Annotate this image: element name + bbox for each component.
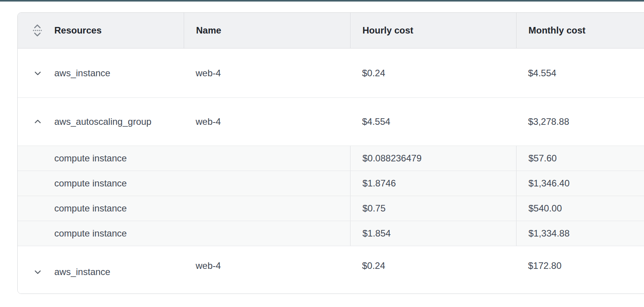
reorder-handle-icon[interactable] — [32, 23, 43, 38]
resource-cell: aws_autoscaling_group — [18, 98, 184, 146]
monthly-cost-cell: $57.60 — [516, 146, 644, 171]
resource-type-label: aws_instance — [54, 267, 110, 277]
sub-resource-label: compute instance — [18, 171, 350, 196]
hourly-cost-cell: $0.24 — [350, 246, 516, 294]
column-header-hourly-cost[interactable]: Hourly cost — [350, 13, 516, 48]
chevron-down-icon — [33, 68, 43, 78]
monthly-cost-cell: $3,278.88 — [516, 98, 644, 146]
sub-resource-label: compute instance — [18, 196, 350, 221]
header-label-name: Name — [196, 25, 221, 36]
sub-row-compute-instance: compute instance $1.854 $1,334.88 — [18, 221, 644, 246]
table-row-aws-instance[interactable]: aws_instance web-4 $0.24 $4.554 — [18, 49, 644, 97]
chevron-down-icon — [33, 267, 43, 277]
expand-row-button[interactable] — [32, 67, 44, 79]
resource-type-label: aws_autoscaling_group — [54, 116, 151, 127]
resource-cell: aws_instance — [18, 49, 184, 97]
sub-resource-label: compute instance — [18, 221, 350, 246]
table-row-aws-instance[interactable]: aws_instance web-4 $0.24 $172.80 — [18, 246, 644, 294]
cost-table: Resources Name Hourly cost Monthly cost … — [17, 12, 644, 294]
hourly-cost-cell: $0.75 — [350, 196, 516, 221]
hourly-cost-cell: $0.24 — [350, 49, 516, 97]
header-label-monthly-cost: Monthly cost — [528, 25, 585, 36]
hourly-cost-cell: $0.088236479 — [350, 146, 516, 171]
column-header-resources[interactable]: Resources — [18, 13, 184, 48]
header-label-hourly-cost: Hourly cost — [362, 25, 413, 36]
column-header-name[interactable]: Name — [184, 13, 350, 48]
monthly-cost-cell: $172.80 — [516, 246, 644, 294]
column-header-monthly-cost[interactable]: Monthly cost — [516, 13, 644, 48]
top-accent-bar — [0, 0, 644, 2]
monthly-cost-cell: $540.00 — [516, 196, 644, 221]
monthly-cost-cell: $4.554 — [516, 49, 644, 97]
name-cell: web-4 — [184, 49, 350, 97]
hourly-cost-cell: $1.854 — [350, 221, 516, 246]
expand-row-button[interactable] — [32, 266, 44, 278]
hourly-cost-cell: $4.554 — [350, 98, 516, 146]
chevron-up-icon — [33, 117, 43, 127]
sub-row-compute-instance: compute instance $1.8746 $1,346.40 — [18, 171, 644, 196]
header-label-resources: Resources — [54, 25, 102, 36]
table-row-aws-autoscaling-group[interactable]: aws_autoscaling_group web-4 $4.554 $3,27… — [18, 97, 644, 146]
resource-cell: aws_instance — [18, 246, 184, 294]
sub-resource-label: compute instance — [18, 146, 350, 171]
name-cell: web-4 — [184, 98, 350, 146]
collapse-row-button[interactable] — [32, 116, 44, 127]
sub-row-compute-instance: compute instance $0.75 $540.00 — [18, 196, 644, 221]
hourly-cost-cell: $1.8746 — [350, 171, 516, 196]
table-header-row: Resources Name Hourly cost Monthly cost — [18, 13, 644, 49]
monthly-cost-cell: $1,346.40 — [516, 171, 644, 196]
sub-row-compute-instance: compute instance $0.088236479 $57.60 — [18, 146, 644, 171]
resource-type-label: aws_instance — [54, 68, 110, 79]
name-cell: web-4 — [184, 246, 350, 294]
monthly-cost-cell: $1,334.88 — [516, 221, 644, 246]
